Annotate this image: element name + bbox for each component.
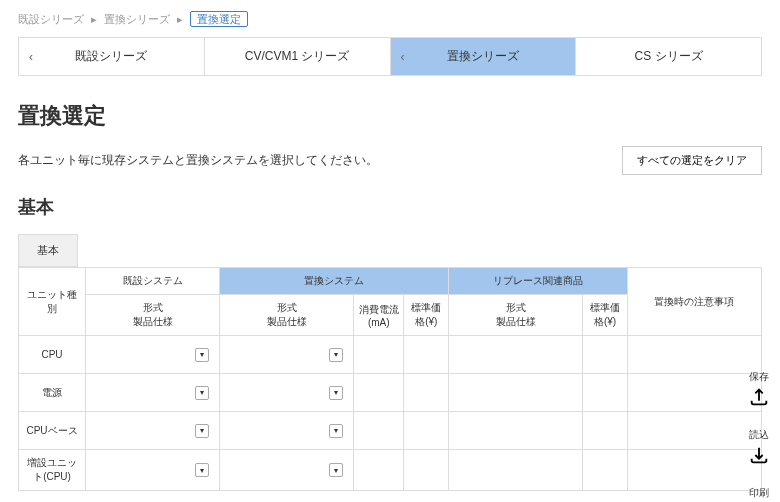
chevron-down-icon[interactable]: ▾ bbox=[329, 386, 343, 400]
notes-cell bbox=[627, 450, 761, 491]
chevron-down-icon[interactable]: ▾ bbox=[195, 348, 209, 362]
breadcrumb-sep: ▸ bbox=[177, 13, 183, 25]
related-price-cell bbox=[583, 450, 628, 491]
nav-tab-replace-series[interactable]: ‹ 置換シリーズ bbox=[391, 38, 577, 75]
chevron-left-icon: ‹ bbox=[401, 50, 405, 64]
existing-select-cell[interactable]: ▾ bbox=[86, 374, 220, 412]
current-cell bbox=[354, 336, 404, 374]
chevron-down-icon[interactable]: ▾ bbox=[195, 424, 209, 438]
upload-icon bbox=[748, 386, 770, 408]
th-replace-typespec: 形式 製品仕様 bbox=[220, 295, 354, 336]
load-label: 読込 bbox=[749, 428, 769, 442]
price-cell bbox=[404, 450, 449, 491]
current-cell bbox=[354, 374, 404, 412]
selection-table: ユニット種別 既設システム 置換システム リプレース関連商品 置換時の注意事項 … bbox=[18, 267, 762, 491]
table-row: 増設ユニット(CPU)▾▾ bbox=[19, 450, 762, 491]
related-cell bbox=[449, 412, 583, 450]
replace-select-cell[interactable]: ▾ bbox=[220, 336, 354, 374]
chevron-down-icon[interactable]: ▾ bbox=[329, 348, 343, 362]
th-group-replace: 置換システム bbox=[220, 268, 449, 295]
chevron-down-icon[interactable]: ▾ bbox=[195, 463, 209, 477]
notes-cell bbox=[627, 374, 761, 412]
nav-tab-cs[interactable]: CS シリーズ bbox=[576, 38, 761, 75]
notes-cell bbox=[627, 336, 761, 374]
series-nav: ‹ 既設シリーズ CV/CVM1 シリーズ ‹ 置換シリーズ CS シリーズ bbox=[18, 37, 762, 76]
load-button[interactable]: 読込 bbox=[748, 428, 770, 466]
chevron-down-icon[interactable]: ▾ bbox=[329, 463, 343, 477]
related-price-cell bbox=[583, 374, 628, 412]
chevron-down-icon[interactable]: ▾ bbox=[329, 424, 343, 438]
nav-tab-existing-series[interactable]: ‹ 既設シリーズ bbox=[19, 38, 205, 75]
th-current: 消費電流(mA) bbox=[354, 295, 404, 336]
th-price: 標準価格(¥) bbox=[404, 295, 449, 336]
related-cell bbox=[449, 336, 583, 374]
th-group-existing: 既設システム bbox=[86, 268, 220, 295]
breadcrumb-item[interactable]: 既設シリーズ bbox=[18, 13, 84, 25]
th-related-typespec: 形式 製品仕様 bbox=[449, 295, 583, 336]
save-button[interactable]: 保存 bbox=[748, 370, 770, 408]
existing-select-cell[interactable]: ▾ bbox=[86, 450, 220, 491]
existing-select-cell[interactable]: ▾ bbox=[86, 412, 220, 450]
price-cell bbox=[404, 336, 449, 374]
row-unit-name: 増設ユニット(CPU) bbox=[19, 450, 86, 491]
nav-tab-cvcvm1[interactable]: CV/CVM1 シリーズ bbox=[205, 38, 391, 75]
row-unit-name: CPU bbox=[19, 336, 86, 374]
nav-tab-label: 置換シリーズ bbox=[447, 48, 519, 65]
related-price-cell bbox=[583, 412, 628, 450]
price-cell bbox=[404, 412, 449, 450]
related-cell bbox=[449, 450, 583, 491]
clear-all-button[interactable]: すべての選定をクリア bbox=[622, 146, 762, 175]
row-unit-name: 電源 bbox=[19, 374, 86, 412]
replace-select-cell[interactable]: ▾ bbox=[220, 412, 354, 450]
th-unit-type: ユニット種別 bbox=[19, 268, 86, 336]
breadcrumb-current: 置換選定 bbox=[190, 11, 248, 27]
table-row: 電源▾▾ bbox=[19, 374, 762, 412]
row-unit-name: CPUベース bbox=[19, 412, 86, 450]
breadcrumb-item[interactable]: 置換シリーズ bbox=[104, 13, 170, 25]
chevron-down-icon[interactable]: ▾ bbox=[195, 386, 209, 400]
side-actions: 保存 読込 印刷 bbox=[748, 370, 770, 502]
th-related-price: 標準価格(¥) bbox=[583, 295, 628, 336]
nav-tab-label: CS シリーズ bbox=[635, 48, 703, 65]
th-notes: 置換時の注意事項 bbox=[627, 268, 761, 336]
nav-tab-label: CV/CVM1 シリーズ bbox=[245, 48, 350, 65]
replace-select-cell[interactable]: ▾ bbox=[220, 374, 354, 412]
existing-select-cell[interactable]: ▾ bbox=[86, 336, 220, 374]
breadcrumb: 既設シリーズ ▸ 置換シリーズ ▸ 置換選定 bbox=[18, 12, 762, 27]
print-button[interactable]: 印刷 bbox=[748, 486, 770, 502]
related-cell bbox=[449, 374, 583, 412]
page-title: 置換選定 bbox=[18, 101, 762, 131]
page-subtitle: 各ユニット毎に現存システムと置換システムを選択してください。 bbox=[18, 152, 378, 169]
sub-tab-basic[interactable]: 基本 bbox=[18, 234, 78, 267]
chevron-left-icon: ‹ bbox=[29, 50, 33, 64]
replace-select-cell[interactable]: ▾ bbox=[220, 450, 354, 491]
price-cell bbox=[404, 374, 449, 412]
th-existing-typespec: 形式 製品仕様 bbox=[86, 295, 220, 336]
current-cell bbox=[354, 450, 404, 491]
table-row: CPU▾▾ bbox=[19, 336, 762, 374]
breadcrumb-sep: ▸ bbox=[91, 13, 97, 25]
nav-tab-label: 既設シリーズ bbox=[75, 48, 147, 65]
th-group-related: リプレース関連商品 bbox=[449, 268, 628, 295]
save-label: 保存 bbox=[749, 370, 769, 384]
table-row: CPUベース▾▾ bbox=[19, 412, 762, 450]
related-price-cell bbox=[583, 336, 628, 374]
notes-cell bbox=[627, 412, 761, 450]
print-label: 印刷 bbox=[749, 486, 769, 500]
section-title: 基本 bbox=[18, 195, 762, 219]
current-cell bbox=[354, 412, 404, 450]
download-icon bbox=[748, 444, 770, 466]
